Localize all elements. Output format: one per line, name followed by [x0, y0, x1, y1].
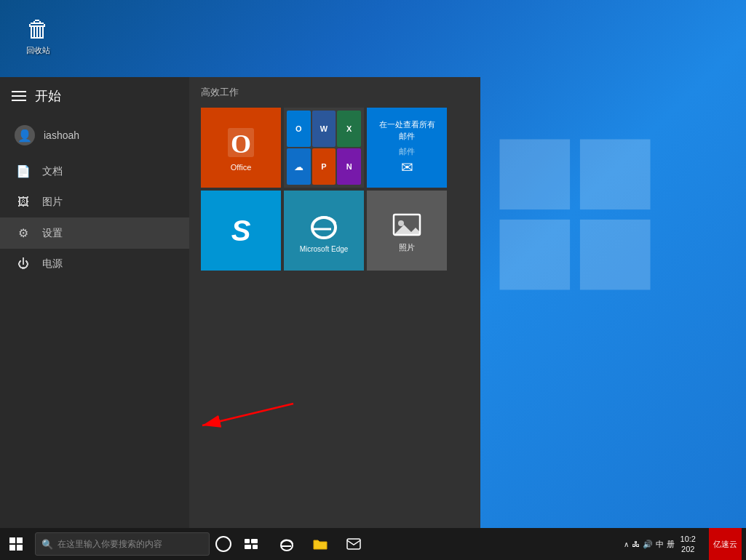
cortana-button[interactable]	[210, 530, 237, 558]
start-nav: 👤 iashoah 📄 文档 🖼 图片 ⚙ 设置 ⏻	[0, 115, 189, 528]
tile-edge-label: Microsoft Edge	[300, 245, 349, 253]
user-name: iashoah	[44, 129, 79, 141]
documents-icon: 📄	[16, 164, 31, 178]
settings-label: 设置	[42, 227, 63, 240]
tray-network-icon: 🖧	[632, 540, 640, 548]
sidebar-item-documents[interactable]: 📄 文档	[0, 156, 189, 187]
recycle-bin-image: 🗑	[23, 15, 52, 44]
yisuyun-label: 亿速云	[713, 539, 737, 550]
taskbar-tray: ∧ 🖧 🔊 中 册 10:2 202 亿速云	[624, 528, 746, 560]
windows-logo-watermark	[491, 131, 659, 298]
edge-icon	[279, 537, 294, 551]
pictures-label: 图片	[42, 196, 63, 209]
svg-rect-13	[9, 537, 15, 543]
svg-point-9	[398, 220, 404, 226]
start-menu-right-panel: 高效工作 O Office O W X ☁	[189, 77, 480, 528]
file-explorer-taskbar-icon[interactable]	[306, 528, 335, 560]
tile-office-label: Office	[231, 163, 252, 172]
sub-tile-outlook: O	[287, 111, 311, 147]
sidebar-item-pictures[interactable]: 🖼 图片	[0, 187, 189, 217]
user-avatar: 👤	[15, 125, 35, 145]
start-menu: 开始 👤 iashoah 📄 文档 🖼 图片 ⚙	[0, 77, 480, 528]
search-icon: 🔍	[41, 539, 53, 550]
taskbar-search-box[interactable]: 🔍 在这里输入你要搜索的内容	[35, 532, 210, 556]
start-button[interactable]	[0, 528, 32, 560]
svg-rect-20	[245, 545, 251, 549]
tiles-section-header: 高效工作	[201, 86, 469, 99]
mail-taskbar-icon[interactable]	[339, 528, 368, 560]
tile-skype[interactable]: S	[201, 191, 281, 271]
cortana-icon	[215, 536, 231, 552]
svg-rect-19	[251, 539, 258, 543]
mail-envelope-icon: ✉	[401, 159, 413, 176]
show-desktop-button[interactable]	[702, 528, 706, 560]
svg-rect-15	[9, 545, 15, 551]
tile-photos-label: 照片	[399, 242, 415, 253]
clock-time: 10:2	[680, 534, 696, 544]
start-menu-header: 开始	[0, 77, 189, 115]
edge-taskbar-icon[interactable]	[272, 528, 301, 560]
svg-rect-18	[245, 539, 250, 543]
tile-office-apps[interactable]: O W X ☁ P N	[284, 108, 364, 188]
svg-rect-16	[17, 545, 23, 551]
tray-chevron[interactable]: ∧	[624, 540, 629, 548]
task-view-button[interactable]	[237, 528, 265, 560]
sidebar-item-settings[interactable]: ⚙ 设置	[0, 217, 189, 249]
photos-icon	[391, 209, 423, 241]
tray-extra-icons: ∧ 🖧 🔊 中 册	[624, 539, 675, 550]
taskbar: 🔍 在这里输入你要搜索的内容	[0, 528, 746, 560]
tray-lang-icon[interactable]: 中	[656, 539, 664, 550]
start-menu-left-panel: 开始 👤 iashoah 📄 文档 🖼 图片 ⚙	[0, 77, 189, 528]
sub-tile-onenote: N	[337, 148, 361, 185]
sub-tile-powerpoint: P	[312, 148, 336, 185]
svg-rect-0	[500, 140, 571, 210]
sub-tile-excel: X	[337, 111, 361, 147]
tile-mail-sublabel: 邮件	[399, 146, 415, 157]
task-view-icon	[245, 539, 258, 549]
windows-logo-icon	[9, 537, 23, 551]
desktop: 🗑 回收站 开始 👤 iashoah 📄 文档	[0, 0, 746, 560]
power-icon: ⏻	[16, 257, 31, 271]
sub-tile-onedrive: ☁	[287, 148, 311, 185]
svg-point-17	[216, 537, 231, 551]
clock-date: 202	[681, 544, 694, 554]
taskbar-clock[interactable]: 10:2 202	[680, 534, 696, 555]
sub-tile-word: W	[312, 111, 336, 147]
file-explorer-icon	[313, 537, 328, 551]
settings-icon: ⚙	[16, 226, 31, 240]
tiles-grid: O Office O W X ☁ P N 在一处查看所有邮件 邮件	[201, 108, 469, 271]
skype-icon: S	[231, 216, 251, 245]
svg-marker-10	[394, 225, 420, 235]
tile-mail[interactable]: 在一处查看所有邮件 邮件 ✉	[367, 108, 447, 188]
tile-mail-text: 在一处查看所有邮件	[379, 119, 435, 142]
start-menu-title: 开始	[35, 87, 61, 105]
svg-rect-24	[347, 539, 360, 549]
tile-edge[interactable]: Microsoft Edge	[284, 191, 364, 271]
recycle-bin-icon[interactable]: 🗑 回收站	[15, 15, 61, 56]
sidebar-item-power[interactable]: ⏻ 电源	[0, 249, 189, 279]
svg-rect-1	[580, 140, 651, 210]
svg-rect-21	[253, 545, 258, 549]
taskbar-pinned-icons	[272, 528, 368, 560]
taskbar-search-placeholder: 在这里输入你要搜索的内容	[57, 538, 162, 551]
documents-label: 文档	[42, 165, 63, 178]
tile-office[interactable]: O Office	[201, 108, 281, 188]
tray-volume-icon[interactable]: 🔊	[643, 540, 653, 549]
start-hamburger-button[interactable]	[12, 91, 26, 101]
tile-photos[interactable]: 照片	[367, 191, 447, 271]
svg-text:O: O	[231, 129, 251, 159]
svg-rect-3	[580, 220, 651, 290]
start-user-item[interactable]: 👤 iashoah	[0, 115, 189, 156]
svg-rect-14	[17, 537, 23, 543]
recycle-bin-label: 回收站	[26, 45, 50, 56]
svg-rect-2	[500, 220, 571, 290]
tray-input-icon[interactable]: 册	[667, 539, 675, 550]
yisuyun-logo[interactable]: 亿速云	[709, 528, 742, 560]
office-logo-icon: O	[222, 124, 260, 161]
mail-icon	[346, 538, 361, 550]
edge-logo-icon	[306, 209, 341, 244]
pictures-icon: 🖼	[16, 196, 31, 209]
power-label: 电源	[42, 257, 63, 271]
